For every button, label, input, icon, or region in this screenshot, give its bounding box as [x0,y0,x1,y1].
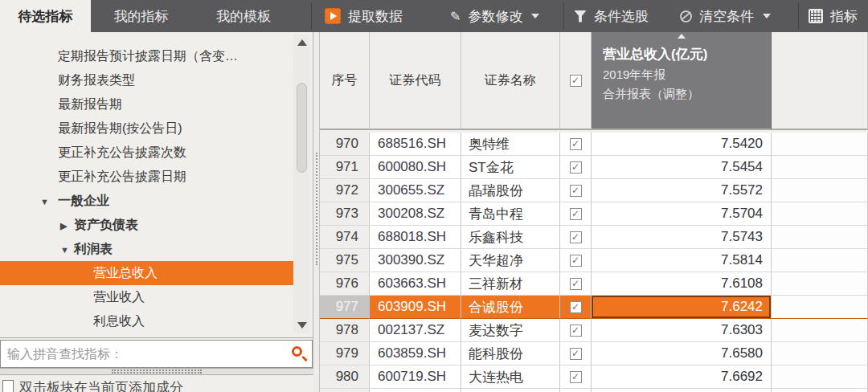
cell-code[interactable]: 688516.SH [370,133,461,156]
cell-seq[interactable]: 977 [320,296,370,319]
cell-code[interactable]: 688018.SH [370,226,461,249]
row-checkbox[interactable]: ✓ [570,371,582,383]
sort-ascending-icon[interactable] [678,34,686,39]
add-components-checkbox[interactable] [2,380,14,392]
cell-code[interactable]: 603663.SH [370,272,461,296]
cell-empty[interactable] [772,249,868,272]
table-row[interactable]: 976 603663.SH 三祥新材 ✓ 7.6108 [320,272,868,296]
cell-empty[interactable] [772,156,868,179]
cell-name[interactable]: ST金花 [461,156,560,179]
row-checkbox[interactable]: ✓ [570,255,582,267]
tree-item[interactable]: ▼一般企业 [0,189,294,213]
tab-my-templates[interactable]: 我的模板 [191,0,296,32]
cell-code[interactable]: 603859.SH [370,342,461,365]
row-checkbox[interactable]: ✓ [570,348,582,360]
cell-value[interactable]: 7.5420 [592,133,772,156]
table-row[interactable]: 975 300390.SZ 天华超净 ✓ 7.5814 [320,249,868,272]
modify-params-button[interactable]: ✎ 参数修改 [450,0,539,32]
extract-data-button[interactable]: 提取数据 [325,0,403,32]
select-all-checkbox[interactable]: ✓ [570,75,582,87]
cell-value[interactable]: 7.6580 [592,342,772,365]
cell-name[interactable]: 晶瑞股份 [461,179,560,202]
cell-empty[interactable] [772,133,868,156]
cell-value[interactable]: 7.5704 [592,202,772,226]
panel-splitter[interactable] [0,368,313,375]
tab-my-indicators[interactable]: 我的指标 [91,0,191,32]
table-row[interactable]: 974 688018.SH 乐鑫科技 ✓ 7.5743 [320,226,868,249]
cell-value[interactable]: 7.6303 [592,319,772,342]
clear-conditions-button[interactable]: 清空条件 [680,0,771,32]
cell-name[interactable]: 合诚股份 [461,296,560,319]
cell-name[interactable] [461,389,560,392]
cell-seq[interactable]: 973 [320,202,370,226]
cell-code[interactable]: 300208.SZ [370,202,461,226]
header-value-column[interactable]: 营业总收入(亿元) 2019年年报 合并报表（调整） [592,32,772,130]
tree-item[interactable]: ▼利润表 [0,237,294,261]
cell-name[interactable]: 奥特维 [461,133,560,156]
cell-code[interactable]: 600080.SH [370,156,461,179]
sidebar-scrollbar[interactable] [293,35,310,333]
tree-item[interactable]: 更正补充公告披露次数 [0,141,294,165]
filter-stocks-button[interactable]: 条件选股 [574,0,649,32]
row-checkbox[interactable]: ✓ [570,161,582,174]
cell-seq[interactable]: 974 [320,226,370,249]
scroll-down-icon[interactable] [293,319,310,332]
cell-value[interactable]: 7.5572 [592,179,772,202]
tab-candidate-indicators[interactable]: 待选指标 [0,0,91,32]
row-checkbox[interactable]: ✓ [570,208,582,220]
cell-seq[interactable]: 975 [320,249,370,272]
cell-value[interactable]: 7.5814 [592,249,772,272]
table-row[interactable]: 980 600719.SH 大连热电 ✓ 7.6692 [320,365,868,389]
tree-item-selected[interactable]: 营业总收入 [0,261,294,285]
table-row[interactable]: 973 300208.SZ 青岛中程 ✓ 7.5704 [320,202,868,226]
tree-item[interactable]: ▶资产负债表 [0,213,294,237]
table-row[interactable]: 978 002137.SZ 麦达数字 ✓ 7.6303 [320,319,868,342]
row-checkbox[interactable]: ✓ [570,301,582,313]
cell-empty[interactable] [772,179,868,202]
cell-name[interactable]: 三祥新材 [461,272,560,296]
cell-empty[interactable] [772,365,868,389]
row-checkbox[interactable]: ✓ [570,231,582,243]
cell-empty[interactable] [772,319,868,342]
cell-code[interactable]: 603909.SH [370,296,461,319]
cell-empty[interactable] [772,342,868,365]
cell-value[interactable]: 7.6108 [592,272,772,296]
cell-value[interactable] [592,389,772,392]
cell-empty[interactable] [772,272,868,296]
table-row[interactable]: ✓ [320,389,868,392]
search-icon[interactable] [292,346,302,357]
cell-code[interactable]: 600719.SH [370,365,461,389]
cell-empty[interactable] [772,226,868,249]
cell-value-focused[interactable]: 7.6242 [592,296,772,319]
tree-item[interactable]: 营业收入 [0,285,294,309]
cell-seq[interactable]: 978 [320,319,370,342]
tree-expand-icon[interactable]: ▶ [60,214,74,237]
tree-item[interactable]: 最新报告期(按公告日) [0,116,294,141]
cell-seq[interactable]: 970 [320,133,370,156]
table-row[interactable]: 970 688516.SH 奥特维 ✓ 7.5420 [320,133,868,156]
table-row[interactable]: 979 603859.SH 能科股份 ✓ 7.6580 [320,342,868,365]
row-checkbox[interactable]: ✓ [570,278,582,290]
cell-seq[interactable]: 972 [320,179,370,202]
tree-item[interactable]: 最新报告期 [0,92,294,116]
cell-name[interactable]: 天华超净 [461,249,560,272]
indicator-calc-button[interactable]: 指标 [809,0,858,32]
table-row[interactable]: 972 300655.SZ 晶瑞股份 ✓ 7.5572 [320,179,868,202]
row-checkbox[interactable]: ✓ [570,325,582,337]
scrollbar-thumb[interactable] [297,83,307,173]
cell-code[interactable]: 300655.SZ [370,179,461,202]
cell-name[interactable]: 大连热电 [461,365,560,389]
cell-code[interactable] [370,389,461,392]
cell-empty[interactable] [772,296,868,319]
cell-name[interactable]: 能科股份 [461,342,560,365]
header-name[interactable]: 证券名称 [461,32,560,130]
cell-seq[interactable]: 980 [320,365,370,389]
tree-item[interactable]: 财务报表类型 [0,68,294,92]
cell-value[interactable]: 7.5454 [592,156,772,179]
table-row[interactable]: 971 600080.SH ST金花 ✓ 7.5454 [320,156,868,179]
cell-value[interactable]: 7.5743 [592,226,772,249]
tree-item[interactable]: 定期报告预计披露日期（含变… [0,44,294,68]
cell-seq[interactable] [320,389,370,392]
cell-code[interactable]: 300390.SZ [370,249,461,272]
row-checkbox[interactable]: ✓ [570,185,582,197]
